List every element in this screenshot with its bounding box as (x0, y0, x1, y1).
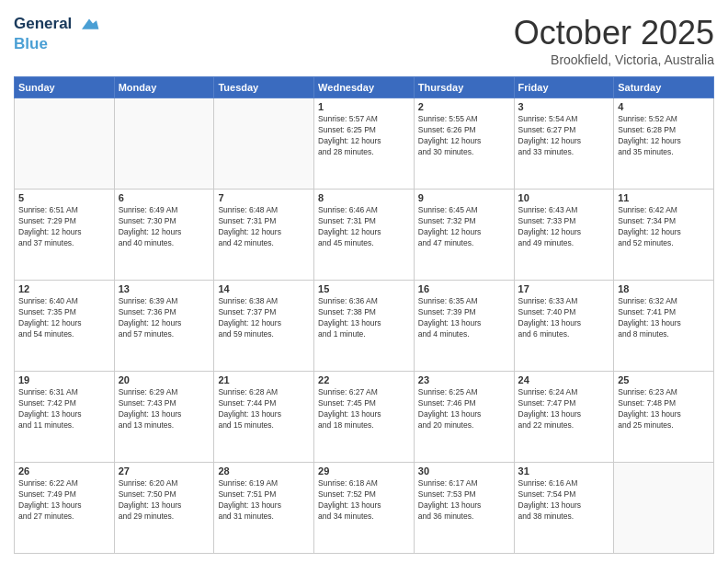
day-info: Sunrise: 6:27 AM Sunset: 7:45 PM Dayligh… (318, 387, 410, 431)
logo-bird-icon (78, 14, 100, 36)
calendar-cell (15, 98, 115, 190)
day-number: 12 (18, 283, 110, 294)
day-header-sunday: Sunday (15, 77, 115, 98)
day-number: 24 (518, 374, 610, 385)
day-info: Sunrise: 5:52 AM Sunset: 6:28 PM Dayligh… (618, 114, 710, 158)
calendar-cell: 18Sunrise: 6:32 AM Sunset: 7:41 PM Dayli… (614, 281, 714, 372)
calendar-cell: 16Sunrise: 6:35 AM Sunset: 7:39 PM Dayli… (414, 281, 514, 372)
calendar-cell: 19Sunrise: 6:31 AM Sunset: 7:42 PM Dayli… (15, 372, 115, 463)
logo-general: General (14, 14, 100, 36)
day-info: Sunrise: 6:43 AM Sunset: 7:33 PM Dayligh… (518, 205, 610, 249)
calendar-cell: 26Sunrise: 6:22 AM Sunset: 7:49 PM Dayli… (15, 463, 115, 554)
calendar-cell (214, 98, 314, 190)
day-info: Sunrise: 6:18 AM Sunset: 7:52 PM Dayligh… (318, 478, 410, 523)
calendar-header-row: SundayMondayTuesdayWednesdayThursdayFrid… (15, 77, 714, 98)
day-info: Sunrise: 6:35 AM Sunset: 7:39 PM Dayligh… (418, 296, 510, 340)
day-header-wednesday: Wednesday (314, 77, 415, 98)
day-number: 10 (518, 192, 610, 203)
day-number: 4 (618, 101, 710, 112)
day-info: Sunrise: 6:19 AM Sunset: 7:51 PM Dayligh… (218, 478, 310, 523)
day-number: 18 (618, 283, 710, 294)
day-info: Sunrise: 6:36 AM Sunset: 7:38 PM Dayligh… (318, 296, 410, 340)
calendar-cell: 28Sunrise: 6:19 AM Sunset: 7:51 PM Dayli… (214, 463, 314, 554)
day-number: 30 (418, 465, 510, 477)
day-info: Sunrise: 6:33 AM Sunset: 7:40 PM Dayligh… (518, 296, 610, 340)
calendar-cell: 24Sunrise: 6:24 AM Sunset: 7:47 PM Dayli… (514, 372, 614, 463)
day-number: 15 (318, 283, 410, 294)
day-header-monday: Monday (114, 77, 214, 98)
calendar-cell: 9Sunrise: 6:45 AM Sunset: 7:32 PM Daylig… (414, 190, 514, 281)
calendar-cell: 23Sunrise: 6:25 AM Sunset: 7:46 PM Dayli… (414, 372, 514, 463)
page: General Blue October 2025 Brookfield, Vi… (0, 0, 728, 563)
day-info: Sunrise: 6:45 AM Sunset: 7:32 PM Dayligh… (418, 205, 510, 249)
day-info: Sunrise: 5:57 AM Sunset: 6:25 PM Dayligh… (318, 114, 410, 158)
day-number: 21 (218, 374, 310, 385)
calendar-cell: 15Sunrise: 6:36 AM Sunset: 7:38 PM Dayli… (314, 281, 415, 372)
day-number: 7 (218, 192, 310, 203)
day-header-saturday: Saturday (614, 77, 714, 98)
day-info: Sunrise: 6:16 AM Sunset: 7:54 PM Dayligh… (518, 478, 610, 523)
day-number: 26 (18, 465, 110, 477)
day-header-tuesday: Tuesday (214, 77, 314, 98)
calendar-cell: 5Sunrise: 6:51 AM Sunset: 7:29 PM Daylig… (15, 190, 115, 281)
calendar-cell: 30Sunrise: 6:17 AM Sunset: 7:53 PM Dayli… (414, 463, 514, 554)
day-info: Sunrise: 6:28 AM Sunset: 7:44 PM Dayligh… (218, 387, 310, 431)
day-number: 9 (418, 192, 510, 203)
calendar-cell: 17Sunrise: 6:33 AM Sunset: 7:40 PM Dayli… (514, 281, 614, 372)
day-info: Sunrise: 6:39 AM Sunset: 7:36 PM Dayligh… (119, 296, 210, 340)
day-number: 5 (18, 192, 110, 203)
calendar-cell: 1Sunrise: 5:57 AM Sunset: 6:25 PM Daylig… (314, 98, 415, 190)
week-row-5: 26Sunrise: 6:22 AM Sunset: 7:49 PM Dayli… (15, 463, 714, 554)
day-number: 3 (518, 101, 610, 112)
day-number: 23 (418, 374, 510, 385)
header: General Blue October 2025 Brookfield, Vi… (14, 14, 714, 67)
calendar-cell: 20Sunrise: 6:29 AM Sunset: 7:43 PM Dayli… (114, 372, 214, 463)
calendar-cell: 10Sunrise: 6:43 AM Sunset: 7:33 PM Dayli… (514, 190, 614, 281)
day-number: 25 (618, 374, 710, 385)
logo-blue: Blue (14, 36, 100, 53)
day-number: 27 (119, 465, 210, 477)
day-number: 29 (318, 465, 410, 477)
day-number: 22 (318, 374, 410, 385)
calendar-cell: 29Sunrise: 6:18 AM Sunset: 7:52 PM Dayli… (314, 463, 415, 554)
calendar-cell: 25Sunrise: 6:23 AM Sunset: 7:48 PM Dayli… (614, 372, 714, 463)
day-info: Sunrise: 6:40 AM Sunset: 7:35 PM Dayligh… (18, 296, 110, 340)
calendar-cell (614, 463, 714, 554)
day-number: 2 (418, 101, 510, 112)
calendar-cell: 2Sunrise: 5:55 AM Sunset: 6:26 PM Daylig… (414, 98, 514, 190)
week-row-2: 5Sunrise: 6:51 AM Sunset: 7:29 PM Daylig… (15, 190, 714, 281)
day-number: 13 (119, 283, 210, 294)
day-info: Sunrise: 6:48 AM Sunset: 7:31 PM Dayligh… (218, 205, 310, 249)
calendar-cell: 12Sunrise: 6:40 AM Sunset: 7:35 PM Dayli… (15, 281, 115, 372)
day-number: 14 (218, 283, 310, 294)
title-block: October 2025 Brookfield, Victoria, Austr… (514, 14, 714, 67)
day-number: 19 (18, 374, 110, 385)
week-row-4: 19Sunrise: 6:31 AM Sunset: 7:42 PM Dayli… (15, 372, 714, 463)
logo: General Blue (14, 14, 100, 53)
day-number: 6 (119, 192, 210, 203)
day-info: Sunrise: 5:54 AM Sunset: 6:27 PM Dayligh… (518, 114, 610, 158)
calendar-cell: 27Sunrise: 6:20 AM Sunset: 7:50 PM Dayli… (114, 463, 214, 554)
day-info: Sunrise: 6:29 AM Sunset: 7:43 PM Dayligh… (119, 387, 210, 431)
calendar-cell: 22Sunrise: 6:27 AM Sunset: 7:45 PM Dayli… (314, 372, 415, 463)
day-info: Sunrise: 6:23 AM Sunset: 7:48 PM Dayligh… (618, 387, 710, 431)
day-info: Sunrise: 6:25 AM Sunset: 7:46 PM Dayligh… (418, 387, 510, 431)
day-info: Sunrise: 6:20 AM Sunset: 7:50 PM Dayligh… (119, 478, 210, 523)
day-number: 28 (218, 465, 310, 477)
calendar-cell: 21Sunrise: 6:28 AM Sunset: 7:44 PM Dayli… (214, 372, 314, 463)
day-number: 16 (418, 283, 510, 294)
calendar-cell: 7Sunrise: 6:48 AM Sunset: 7:31 PM Daylig… (214, 190, 314, 281)
day-header-thursday: Thursday (414, 77, 514, 98)
day-header-friday: Friday (514, 77, 614, 98)
day-number: 8 (318, 192, 410, 203)
week-row-3: 12Sunrise: 6:40 AM Sunset: 7:35 PM Dayli… (15, 281, 714, 372)
day-info: Sunrise: 6:51 AM Sunset: 7:29 PM Dayligh… (18, 205, 110, 249)
day-number: 17 (518, 283, 610, 294)
day-info: Sunrise: 6:32 AM Sunset: 7:41 PM Dayligh… (618, 296, 710, 340)
day-info: Sunrise: 5:55 AM Sunset: 6:26 PM Dayligh… (418, 114, 510, 158)
day-info: Sunrise: 6:24 AM Sunset: 7:47 PM Dayligh… (518, 387, 610, 431)
day-number: 31 (518, 465, 610, 477)
calendar-cell: 8Sunrise: 6:46 AM Sunset: 7:31 PM Daylig… (314, 190, 415, 281)
calendar-table: SundayMondayTuesdayWednesdayThursdayFrid… (14, 76, 714, 554)
day-number: 1 (318, 101, 410, 112)
